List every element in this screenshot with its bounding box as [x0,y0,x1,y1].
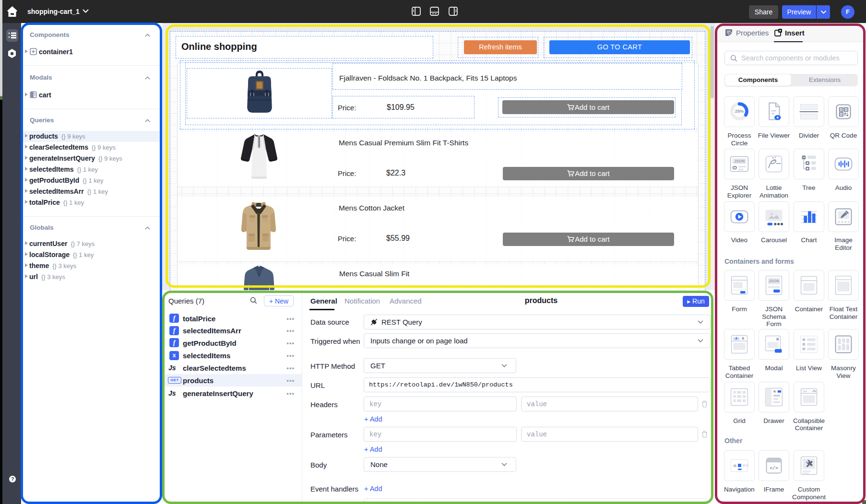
svg-text:B: B [742,337,744,340]
svg-text:25%: 25% [735,109,744,114]
svg-text:</>: </> [770,466,778,471]
svg-text:JSON: JSON [734,159,745,164]
svg-text:JSON: JSON [769,279,779,283]
svg-text:A: A [735,337,737,340]
